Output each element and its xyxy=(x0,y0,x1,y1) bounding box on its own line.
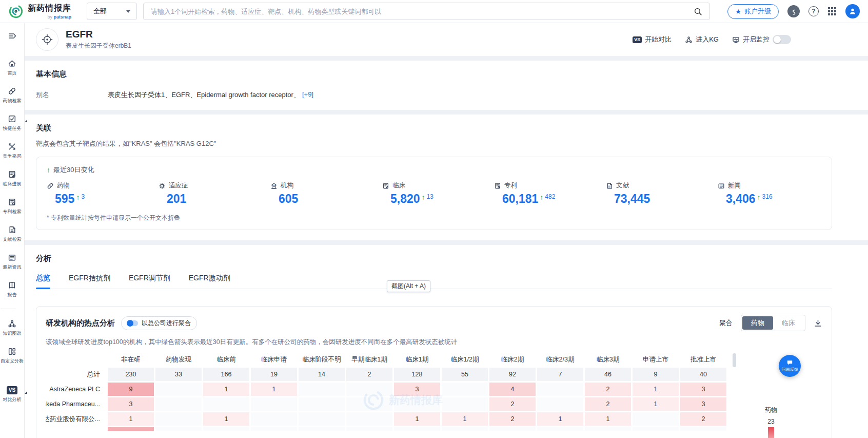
heat-cell[interactable]: 1 xyxy=(633,397,679,411)
sidebar-item-clinical[interactable]: 临床进展 xyxy=(1,170,24,187)
tab-EGFR拮抗剂[interactable]: EGFR拮抗剂 xyxy=(69,274,110,289)
heat-cell[interactable]: 46 xyxy=(585,368,631,381)
heat-cell[interactable] xyxy=(633,412,679,426)
patsnap-badge-icon[interactable] xyxy=(787,5,800,17)
stat-value[interactable]: 595↑3 xyxy=(47,193,154,205)
heat-cell[interactable]: 4 xyxy=(489,383,536,396)
heat-cell[interactable] xyxy=(537,397,583,411)
heat-cell[interactable] xyxy=(203,427,249,431)
table-scrollbar[interactable] xyxy=(733,353,736,367)
heat-cell[interactable]: 230 xyxy=(108,368,154,381)
sidebar-item-patent[interactable]: 专利检索 xyxy=(1,198,24,215)
sidebar-expand-icon[interactable] xyxy=(8,31,17,41)
tab-EGFR调节剂[interactable]: EGFR调节剂 xyxy=(129,274,170,289)
heat-cell[interactable] xyxy=(346,397,392,411)
heat-cell[interactable]: 3 xyxy=(680,397,726,411)
heat-cell[interactable]: 1 xyxy=(394,412,440,426)
heat-cell[interactable]: 55 xyxy=(442,368,488,381)
heat-cell[interactable] xyxy=(442,383,488,396)
stat-value[interactable]: 5,820↑13 xyxy=(382,193,490,205)
stat-value[interactable]: 3,406↑316 xyxy=(718,193,825,205)
stat-org[interactable]: 机构605 xyxy=(266,181,378,205)
heat-cell[interactable]: 128 xyxy=(394,368,440,381)
help-icon[interactable]: ? xyxy=(808,6,819,16)
start-compare-button[interactable]: VS 开始对比 xyxy=(633,35,672,44)
sidebar-item-custom[interactable]: 自定义分析 xyxy=(1,347,24,365)
heat-cell[interactable]: 3 xyxy=(394,383,440,396)
stat-news[interactable]: 新闻3,406↑316 xyxy=(714,181,825,205)
heat-cell[interactable] xyxy=(203,397,249,411)
stat-value[interactable]: 60,181↑482 xyxy=(494,193,602,205)
heat-cell[interactable]: 2 xyxy=(585,397,631,411)
heat-cell[interactable] xyxy=(299,427,345,431)
apps-grid-icon[interactable] xyxy=(827,7,837,16)
heat-cell[interactable]: 1 xyxy=(537,412,583,426)
heat-cell[interactable]: 2 xyxy=(680,412,726,426)
heat-cell[interactable] xyxy=(299,383,345,396)
row-label[interactable]: AstraZeneca PLC xyxy=(46,383,106,396)
stat-patent[interactable]: 专利60,181↑482 xyxy=(490,181,602,205)
heat-cell[interactable]: 9 xyxy=(108,383,154,396)
sidebar-item-tasks[interactable]: 快捷任务 xyxy=(1,115,24,132)
stat-pill[interactable]: 药物595↑3 xyxy=(43,181,154,205)
heat-cell[interactable]: 9 xyxy=(633,368,679,381)
heat-cell[interactable]: 1 xyxy=(203,383,249,396)
monitor-toggle[interactable] xyxy=(773,35,791,44)
heat-cell[interactable] xyxy=(155,412,202,426)
heat-cell[interactable] xyxy=(346,383,392,396)
heat-cell[interactable] xyxy=(489,427,536,431)
heat-cell[interactable]: 2 xyxy=(489,412,536,426)
heat-cell[interactable] xyxy=(585,427,631,431)
heat-cell[interactable] xyxy=(680,427,726,431)
heat-cell[interactable]: 40 xyxy=(680,368,726,381)
tab-EGFR激动剂[interactable]: EGFR激动剂 xyxy=(189,274,230,289)
heat-cell[interactable]: 2 xyxy=(585,383,631,396)
heat-cell[interactable] xyxy=(251,397,297,411)
heat-cell[interactable] xyxy=(442,427,488,431)
row-label[interactable]: 贝达药业股份有限公... xyxy=(46,412,106,426)
heat-cell[interactable] xyxy=(633,427,679,431)
heat-cell[interactable] xyxy=(251,427,297,431)
mode-option-药物[interactable]: 药物 xyxy=(742,316,773,330)
heat-cell[interactable]: 1 xyxy=(251,383,297,396)
heat-cell[interactable] xyxy=(394,427,440,431)
heat-cell[interactable]: 14 xyxy=(299,368,345,381)
enter-kg-button[interactable]: 进入KG xyxy=(685,35,719,44)
heat-cell[interactable] xyxy=(394,397,440,411)
row-label[interactable]: Takeda Pharmaceu... xyxy=(46,397,106,411)
heat-cell[interactable]: 1 xyxy=(633,383,679,396)
stat-value[interactable]: 201 xyxy=(159,193,266,205)
heat-cell[interactable] xyxy=(346,427,392,431)
global-search-input[interactable] xyxy=(151,8,688,15)
heat-cell[interactable]: 1 xyxy=(442,412,488,426)
heat-cell[interactable]: 19 xyxy=(251,368,297,381)
sidebar-item-vs[interactable]: VS对比分析 xyxy=(1,386,24,403)
heat-cell[interactable]: 3 xyxy=(108,397,154,411)
stat-value[interactable]: 73,445 xyxy=(606,193,714,205)
heat-cell[interactable] xyxy=(251,412,297,426)
tab-总览[interactable]: 总览 xyxy=(36,274,50,289)
sidebar-item-swords[interactable]: 竞争格局 xyxy=(1,142,24,160)
heat-cell[interactable] xyxy=(346,412,392,426)
heat-cell[interactable]: 1 xyxy=(585,412,631,426)
heat-cell[interactable]: 1 xyxy=(108,412,154,426)
stat-literature[interactable]: 文献73,445 xyxy=(602,181,714,205)
aggregate-by-parent-toggle[interactable]: 以总公司进行聚合 xyxy=(121,316,197,330)
heat-cell[interactable] xyxy=(155,397,202,411)
heat-cell[interactable]: 166 xyxy=(203,368,249,381)
global-search-box[interactable] xyxy=(143,3,710,20)
heat-cell[interactable]: 1 xyxy=(203,412,249,426)
heat-cell[interactable] xyxy=(537,383,583,396)
account-upgrade-button[interactable]: ★ 账户升级 xyxy=(727,4,779,19)
heat-cell[interactable] xyxy=(155,427,202,431)
app-logo[interactable]: 新药情报库 by patsnap xyxy=(8,3,71,20)
download-icon[interactable] xyxy=(814,319,822,328)
sidebar-item-home[interactable]: 首页 xyxy=(1,59,24,77)
feedback-button[interactable]: 问题反馈 xyxy=(779,355,801,377)
search-icon[interactable] xyxy=(694,7,702,16)
stat-value[interactable]: 605 xyxy=(270,193,378,205)
row-label[interactable]: 总计 xyxy=(46,368,106,381)
heat-cell[interactable]: 7 xyxy=(537,368,583,381)
stat-virus[interactable]: 适应症201 xyxy=(154,181,266,205)
mode-option-临床[interactable]: 临床 xyxy=(773,316,804,330)
